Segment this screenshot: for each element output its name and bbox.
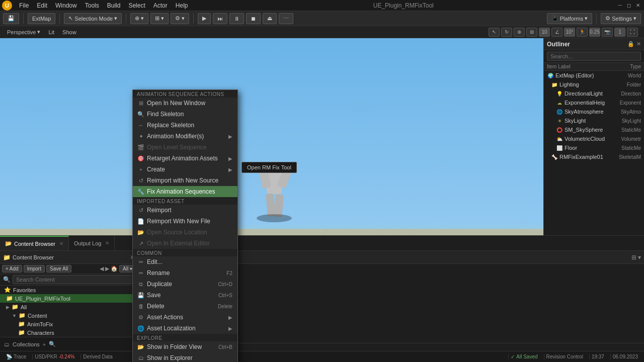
outliner-search-input[interactable] [547,52,641,61]
output-log-close-icon[interactable]: ✕ [105,240,109,246]
tree-dirlight[interactable]: 💡 DirectionalLight Direction [544,89,644,98]
cm-find-skeleton[interactable]: 🔍 Find Skeleton [133,109,237,120]
eject-btn[interactable]: ⏏ [263,13,277,24]
search-collection-icon[interactable]: 🔍 [49,341,56,347]
scale-icon[interactable]: ⊕ [514,28,525,37]
cm-retarget-anim[interactable]: 🎯 Retarget Animation Assets ▶ [133,153,237,164]
speed-icon[interactable]: 🏃 [577,28,588,37]
sb-derived-data: Derived Data [80,354,114,359]
speed-val[interactable]: 0.25 [589,28,600,37]
menu-file[interactable]: File [16,0,32,11]
pause-btn[interactable]: ⏸ [229,13,244,24]
cm-reimport-new-file[interactable]: 📄 Reimport With New File [133,216,237,227]
selection-mode-button[interactable]: ↖ Selection Mode ▾ [64,13,122,24]
add-button[interactable]: + Add [2,265,22,273]
cb-characters[interactable]: 📁 Characters [0,328,138,337]
outliner-lock-icon: 🔒 [627,41,634,47]
transform-btn[interactable]: ⊕ ▾ [130,13,148,24]
cm-fix-animation[interactable]: 🔧 Fix Animation Sequences [133,186,237,197]
snap-btn[interactable]: ⊞ ▾ [150,13,169,24]
cb-home-icon[interactable]: 🏠 [111,265,118,272]
build-btn[interactable]: ⚙ ▾ [171,13,189,24]
import-button[interactable]: Import [24,265,45,273]
cb-all-folder[interactable]: ▶ 📁 All [0,303,138,311]
cm-create[interactable]: + Create ▶ [133,164,237,175]
angle-val[interactable]: 10° [564,28,575,37]
grid-val[interactable]: 10 [539,28,550,37]
tab-content-browser[interactable]: 📂 Content Browser ✕ [0,236,69,250]
add-collection-icon[interactable]: + [43,341,46,347]
content-browser-close-icon[interactable]: ✕ [59,241,63,246]
menu-actor[interactable]: Actor [150,0,171,11]
menu-window[interactable]: Window [52,0,80,11]
cm-asset-actions[interactable]: ⚙ Asset Actions ▶ [133,312,237,323]
rotate-icon[interactable]: ↻ [501,28,512,37]
cb-nav-left-icon[interactable]: ◀ [100,265,104,272]
angle-icon[interactable]: ∠ [551,28,562,37]
tab-output-log[interactable]: Output Log ✕ [69,236,115,250]
camera-val[interactable]: 1 [614,28,625,37]
cm-reimport-new-source[interactable]: ↺ Reimport with New Source [133,175,237,186]
platforms-button[interactable]: 📱 Platforms ▾ [547,13,592,24]
close-button[interactable]: ✕ [634,2,642,10]
snap-grid-icon[interactable]: ⊞ [526,28,537,37]
cm-reimport[interactable]: ↺ Reimport [133,205,237,216]
cm-show-folder-view[interactable]: 📂 Show in Folder View Ctrl+B [133,341,237,352]
move-icon[interactable]: ↖ [489,28,500,37]
save-all-button[interactable]: Save All [46,265,71,273]
svg-point-12 [257,214,292,222]
cm-asset-localization[interactable]: 🌐 Asset Localization ▶ [133,323,237,334]
cm-duplicate[interactable]: ⧉ Duplicate Ctrl+D [133,279,237,290]
camera-icon[interactable]: 📷 [602,28,613,37]
cb-content[interactable]: ▼ 📁 Content [0,311,138,320]
cm-replace-skeleton[interactable]: ↔ Replace Skeleton [133,120,237,131]
reimport-icon: ↺ [137,206,145,214]
tree-item-name: RMFixExample01 [559,154,609,160]
perspective-button[interactable]: Perspective ▾ [4,28,43,36]
play-btn[interactable]: ▶ [198,13,211,24]
menu-help[interactable]: Help [173,0,191,11]
tree-expheig[interactable]: ☁ ExponentialHeig Exponent [544,98,644,107]
tree-volcloud[interactable]: ⛅ VolumetricCloud Volumetr [544,134,644,143]
maximize-vp-icon[interactable]: ⛶ [627,28,638,37]
menu-select[interactable]: Select [125,0,148,11]
menu-tools[interactable]: Tools [82,0,102,11]
cb-nav-right-icon[interactable]: ▶ [105,265,109,272]
toolbar-sep1 [23,14,24,24]
cm-edit[interactable]: ✏ Edit... [133,256,237,267]
cm-rename[interactable]: ✏ Rename F2 [133,267,237,279]
tree-skyatmo[interactable]: 🌐 SkyAtmosphere SkyAtmo [544,107,644,116]
collections-label: Collections [13,341,40,347]
cm-save[interactable]: 💾 Save Ctrl+S [133,290,237,301]
tree-skylight[interactable]: ☀ SkyLight SkyLight [544,116,644,125]
cb-search-input[interactable] [13,275,135,284]
cm-section-anim: ANIMATION SEQUENCE ACTIONS [133,90,237,98]
cm-open-new-window[interactable]: ⊞ Open In New Window [133,98,237,109]
cm-anim-modifiers[interactable]: ✦ Animation Modifier(s) ▶ [133,131,237,142]
cb-animtofix[interactable]: 📁 AnimToFix [0,320,138,328]
settings-button[interactable]: ⚙ Settings ▾ [601,13,641,24]
outliner-close-icon[interactable]: ✕ [636,41,641,47]
folder-icon: 📁 [551,81,558,88]
cb-ue-plugin[interactable]: 📁 UE_Plugin_RMFixTool [0,294,138,303]
view-icon[interactable]: ⊞ ▾ [631,254,641,261]
tree-item-name: SkyLight [565,118,609,124]
cm-show-explorer[interactable]: 🗂 Show in Explorer [133,352,237,362]
minimize-button[interactable]: ─ [616,2,624,10]
maximize-button[interactable]: ◻ [625,2,633,10]
lit-button[interactable]: Lit [45,29,57,36]
toolbar-save[interactable]: 💾 [3,13,19,24]
cb-favorites[interactable]: ⭐ Favorites [0,286,138,294]
skip-btn[interactable]: ⏭ [213,13,227,24]
tree-rmfix[interactable]: 🦴 RMFixExample01 SkeletalM [544,152,644,161]
menu-build[interactable]: Build [104,0,124,11]
menu-edit[interactable]: Edit [34,0,50,11]
tree-skysphere[interactable]: ⭕ SM_SkySphere StaticMe [544,125,644,134]
tree-lighting[interactable]: 📁 Lighting Folder [544,80,644,89]
extra-play-btn[interactable]: ⋯ [279,13,293,24]
tree-extmap[interactable]: 🌍 ExtMap (Editor) World [544,71,644,80]
show-button[interactable]: Show [59,29,79,36]
cm-delete[interactable]: 🗑 Delete Delete [133,301,237,312]
tree-floor[interactable]: ⬜ Floor StaticMe [544,143,644,152]
stop-btn[interactable]: ⏹ [246,13,261,24]
